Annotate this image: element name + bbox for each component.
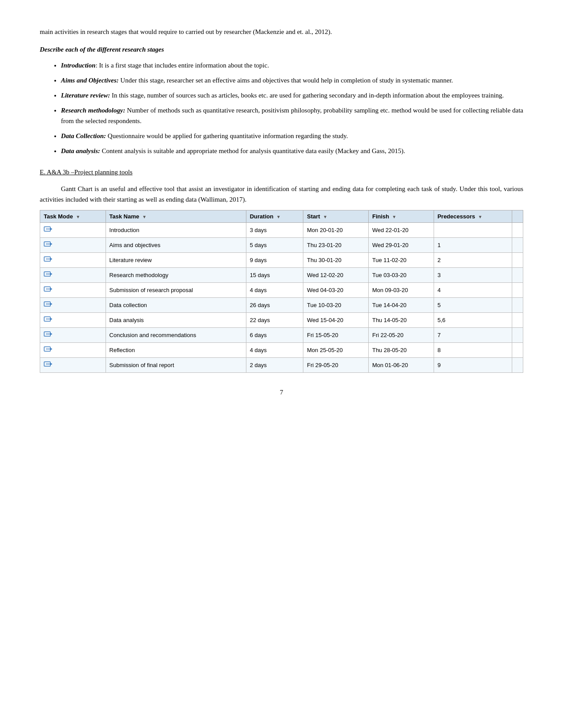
term-introduction: Introduction <box>61 62 95 69</box>
task-name-cell: Submission of research proposal <box>106 283 246 298</box>
svg-marker-17 <box>50 303 52 305</box>
extra-cell <box>512 343 523 358</box>
extra-cell <box>512 358 523 373</box>
finish-cell: Tue 14-04-20 <box>368 298 434 313</box>
task-mode-cell <box>40 268 106 283</box>
sort-arrow-task-name[interactable]: ▼ <box>142 214 147 219</box>
task-mode-icon <box>44 315 53 325</box>
task-mode-icon <box>44 360 53 370</box>
col-header-extra <box>512 210 523 223</box>
start-cell: Mon 25-05-20 <box>303 343 369 358</box>
task-mode-cell <box>40 223 106 238</box>
predecessors-cell: 9 <box>434 358 512 373</box>
bullet-text-4: Questionnaire would be applied for gathe… <box>106 132 348 139</box>
sort-arrow-duration[interactable]: ▼ <box>276 214 281 219</box>
col-header-task-mode[interactable]: Task Mode ▼ <box>40 210 106 223</box>
start-cell: Wed 04-03-20 <box>303 283 369 298</box>
svg-marker-23 <box>50 333 52 335</box>
svg-marker-5 <box>50 243 52 245</box>
task-mode-icon <box>44 300 53 310</box>
svg-marker-29 <box>50 363 52 365</box>
sort-arrow-predecessors[interactable]: ▼ <box>478 214 483 219</box>
finish-cell: Mon 01-06-20 <box>368 358 434 373</box>
duration-cell: 4 days <box>246 343 303 358</box>
extra-cell <box>512 268 523 283</box>
extra-cell <box>512 238 523 253</box>
duration-cell: 2 days <box>246 358 303 373</box>
task-mode-icon <box>44 255 53 265</box>
duration-cell: 15 days <box>246 268 303 283</box>
intro-paragraph: main activities in research stages that … <box>40 26 523 37</box>
finish-cell: Mon 09-03-20 <box>368 283 434 298</box>
svg-marker-8 <box>50 258 52 260</box>
predecessors-cell <box>434 223 512 238</box>
extra-cell <box>512 223 523 238</box>
task-mode-icon <box>44 225 53 235</box>
list-item: Data Collection: Questionnaire would be … <box>61 131 523 141</box>
extra-cell <box>512 253 523 268</box>
finish-cell: Wed 22-01-20 <box>368 223 434 238</box>
gantt-table: Task Mode ▼ Task Name ▼ Duration ▼ Start… <box>40 210 523 373</box>
duration-cell: 26 days <box>246 298 303 313</box>
start-cell: Tue 10-03-20 <box>303 298 369 313</box>
predecessors-cell: 1 <box>434 238 512 253</box>
task-name-cell: Submission of final report <box>106 358 246 373</box>
task-name-cell: Aims and objectives <box>106 238 246 253</box>
start-cell: Fri 15-05-20 <box>303 328 369 343</box>
table-row: Reflection4 daysMon 25-05-20Thu 28-05-20… <box>40 343 523 358</box>
table-row: Aims and objectives5 daysThu 23-01-20Wed… <box>40 238 523 253</box>
finish-cell: Tue 03-03-20 <box>368 268 434 283</box>
svg-marker-26 <box>50 348 52 350</box>
task-mode-icon <box>44 345 53 355</box>
predecessors-cell: 3 <box>434 268 512 283</box>
predecessors-cell: 8 <box>434 343 512 358</box>
col-header-task-name[interactable]: Task Name ▼ <box>106 210 246 223</box>
svg-marker-20 <box>50 318 52 320</box>
task-mode-cell <box>40 298 106 313</box>
bullet-list: Introduction: It is a first stage that i… <box>40 60 523 156</box>
task-mode-icon <box>44 330 53 340</box>
term-analysis: Data analysis: <box>61 147 100 154</box>
col-header-start[interactable]: Start ▼ <box>303 210 369 223</box>
list-item: Research methodology: Number of methods … <box>61 105 523 126</box>
task-name-cell: Data collection <box>106 298 246 313</box>
task-mode-cell <box>40 238 106 253</box>
bullet-text-5: Content analysis is suitable and appropr… <box>100 147 405 154</box>
task-mode-cell <box>40 328 106 343</box>
finish-cell: Fri 22-05-20 <box>368 328 434 343</box>
list-item: Introduction: It is a first stage that i… <box>61 60 523 71</box>
table-row: Research methodology15 daysWed 12-02-20T… <box>40 268 523 283</box>
col-header-duration[interactable]: Duration ▼ <box>246 210 303 223</box>
table-row: Literature review9 daysThu 30-01-20Tue 1… <box>40 253 523 268</box>
svg-marker-2 <box>50 228 52 230</box>
term-collection: Data Collection: <box>61 132 106 139</box>
duration-cell: 9 days <box>246 253 303 268</box>
section-heading: Describe each of the different research … <box>40 44 523 55</box>
term-methodology: Research methodology: <box>61 107 125 114</box>
col-header-finish[interactable]: Finish ▼ <box>368 210 434 223</box>
predecessors-cell: 5,6 <box>434 313 512 328</box>
duration-cell: 3 days <box>246 223 303 238</box>
task-mode-cell <box>40 253 106 268</box>
finish-cell: Thu 28-05-20 <box>368 343 434 358</box>
task-name-cell: Conclusion and recommendations <box>106 328 246 343</box>
sort-arrow-start[interactable]: ▼ <box>323 214 327 219</box>
extra-cell <box>512 313 523 328</box>
sort-arrow-finish[interactable]: ▼ <box>392 214 397 219</box>
sort-arrow-task-mode[interactable]: ▼ <box>76 214 80 219</box>
list-item: Data analysis: Content analysis is suita… <box>61 146 523 156</box>
col-header-predecessors[interactable]: Predecessors ▼ <box>434 210 512 223</box>
finish-cell: Wed 29-01-20 <box>368 238 434 253</box>
table-row: Submission of final report2 daysFri 29-0… <box>40 358 523 373</box>
finish-cell: Tue 11-02-20 <box>368 253 434 268</box>
predecessors-cell: 2 <box>434 253 512 268</box>
task-mode-cell <box>40 283 106 298</box>
task-mode-icon <box>44 270 53 280</box>
table-row: Conclusion and recommendations6 daysFri … <box>40 328 523 343</box>
bullet-text-0: : It is a first stage that includes enti… <box>95 62 269 69</box>
task-name-cell: Reflection <box>106 343 246 358</box>
bullet-text-3: Number of methods such as quantitative r… <box>61 107 523 124</box>
task-name-cell: Literature review <box>106 253 246 268</box>
duration-cell: 6 days <box>246 328 303 343</box>
bullet-text-2: In this stage, number of sources such as… <box>110 92 504 99</box>
